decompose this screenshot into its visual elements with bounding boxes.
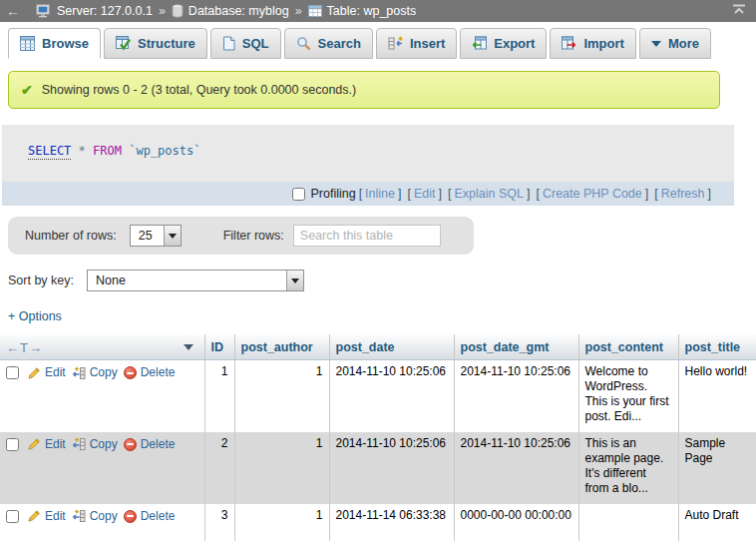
bracket: [ bbox=[448, 187, 451, 201]
inline-link[interactable]: Inline bbox=[365, 187, 395, 201]
tab-more[interactable]: More bbox=[639, 28, 711, 59]
tab-import-label: Import bbox=[583, 36, 623, 51]
pencil-icon bbox=[27, 366, 41, 380]
explain-sql-link[interactable]: Explain SQL bbox=[454, 187, 523, 201]
browse-icon bbox=[20, 36, 35, 51]
pencil-icon bbox=[27, 437, 41, 451]
dropdown-arrow-icon bbox=[164, 226, 181, 246]
row-actions-cell: Edit Copy Delete bbox=[0, 504, 204, 541]
pencil-icon bbox=[27, 509, 41, 523]
breadcrumb-server[interactable]: Server: 127.0.0.1 bbox=[36, 4, 153, 19]
tab-structure-label: Structure bbox=[138, 36, 195, 51]
create-php-code-link[interactable]: Create PHP Code bbox=[543, 187, 642, 201]
cell-post-date: 2014-11-10 10:25:06 bbox=[329, 360, 454, 432]
cell-id: 1 bbox=[204, 360, 234, 432]
breadcrumb-server-label: Server: 127.0.0.1 bbox=[57, 4, 153, 18]
row-edit-link[interactable]: Edit bbox=[27, 437, 66, 452]
column-header-post-date-gmt[interactable]: post_date_gmt bbox=[454, 334, 578, 360]
back-arrow-icon[interactable]: ← bbox=[6, 3, 20, 19]
filter-rows-label: Filter rows: bbox=[223, 229, 284, 243]
table-row: Edit Copy Delete 3 1 2014-11-14 06:33:38… bbox=[0, 504, 756, 541]
column-header-post-date[interactable]: post_date bbox=[329, 334, 454, 360]
tab-browse[interactable]: Browse bbox=[8, 28, 101, 59]
row-delete-link[interactable]: Delete bbox=[124, 509, 176, 524]
copy-icon bbox=[72, 509, 86, 523]
results-table: ←T→ ID post_author post_date post_date_g… bbox=[0, 334, 756, 541]
row-edit-link[interactable]: Edit bbox=[27, 365, 66, 380]
column-header-post-content[interactable]: post_content bbox=[578, 334, 678, 360]
row-copy-link[interactable]: Copy bbox=[72, 437, 118, 452]
row-delete-link[interactable]: Delete bbox=[124, 365, 176, 380]
profiling-label: Profiling bbox=[310, 187, 355, 201]
delete-icon bbox=[124, 510, 137, 523]
sql-query-box: SELECT * FROM `wp_posts` bbox=[2, 125, 734, 182]
sort-key-select[interactable]: None bbox=[87, 270, 304, 291]
cell-post-date-gmt: 2014-11-10 10:25:06 bbox=[454, 432, 578, 504]
delete-label: Delete bbox=[141, 437, 176, 452]
success-message: ✔ Showing rows 0 - 2 (3 total, Query too… bbox=[8, 71, 720, 109]
bracket: ] bbox=[708, 187, 711, 201]
sort-key-value: None bbox=[88, 270, 286, 290]
tab-structure[interactable]: Structure bbox=[104, 28, 207, 59]
edit-query-link[interactable]: Edit bbox=[414, 187, 436, 201]
delete-icon bbox=[124, 366, 137, 379]
cell-id: 3 bbox=[204, 504, 234, 541]
tab-export[interactable]: Export bbox=[460, 28, 547, 59]
delete-label: Delete bbox=[141, 365, 176, 380]
breadcrumb-database-label: Database: myblog bbox=[189, 4, 289, 18]
profiling-checkbox[interactable] bbox=[292, 188, 305, 201]
sql-keyword-select[interactable]: SELECT bbox=[28, 144, 71, 160]
tab-browse-label: Browse bbox=[42, 36, 89, 51]
cell-post-date: 2014-11-14 06:33:38 bbox=[329, 504, 454, 541]
tab-import[interactable]: Import bbox=[550, 28, 635, 59]
cell-id: 2 bbox=[204, 432, 234, 504]
copy-label: Copy bbox=[90, 437, 118, 452]
edit-label: Edit bbox=[45, 509, 66, 524]
row-select-checkbox[interactable] bbox=[6, 366, 19, 379]
bracket: [ bbox=[536, 187, 539, 201]
column-header-post-title[interactable]: post_title bbox=[678, 334, 756, 360]
row-select-checkbox[interactable] bbox=[6, 510, 19, 523]
row-actions-cell: Edit Copy Delete bbox=[0, 360, 204, 432]
table-row: Edit Copy Delete 1 1 2014-11-10 10:25:06… bbox=[0, 360, 756, 432]
tab-search[interactable]: Search bbox=[284, 28, 373, 59]
rows-per-page-select[interactable]: 25 bbox=[130, 225, 182, 247]
column-header-id[interactable]: ID bbox=[204, 334, 234, 360]
collapse-icon[interactable] bbox=[732, 4, 746, 18]
delete-icon bbox=[124, 438, 137, 451]
table-icon bbox=[308, 5, 322, 17]
with-selected-dropdown-icon[interactable] bbox=[184, 344, 193, 355]
row-edit-link[interactable]: Edit bbox=[27, 509, 66, 524]
row-copy-link[interactable]: Copy bbox=[72, 365, 118, 380]
cell-post-title: Hello world! bbox=[678, 360, 756, 432]
row-select-checkbox[interactable] bbox=[6, 438, 19, 451]
row-delete-link[interactable]: Delete bbox=[124, 437, 176, 452]
database-icon bbox=[172, 4, 184, 18]
query-links-bar: Profiling [Inline] [Edit] [Explain SQL] … bbox=[2, 182, 734, 206]
copy-label: Copy bbox=[90, 365, 118, 380]
copy-icon bbox=[72, 366, 86, 380]
filter-search-input[interactable] bbox=[293, 225, 441, 247]
cell-post-date-gmt: 0000-00-00 00:00:00 bbox=[454, 504, 578, 541]
breadcrumb-database[interactable]: Database: myblog bbox=[172, 4, 289, 18]
breadcrumb-table[interactable]: Table: wp_posts bbox=[308, 4, 417, 18]
cell-post-content: This is an example page. It's different … bbox=[578, 432, 678, 504]
cell-post-date: 2014-11-10 10:25:06 bbox=[329, 432, 454, 504]
options-toggle-link[interactable]: + Options bbox=[8, 309, 62, 323]
transpose-widget[interactable]: ←T→ bbox=[6, 340, 43, 355]
refresh-link[interactable]: Refresh bbox=[661, 187, 705, 201]
tab-sql[interactable]: SQL bbox=[210, 28, 281, 59]
tab-export-label: Export bbox=[494, 36, 535, 51]
row-copy-link[interactable]: Copy bbox=[72, 509, 118, 524]
bracket: ] bbox=[439, 187, 442, 201]
cell-post-content bbox=[578, 504, 678, 541]
tab-insert[interactable]: Insert bbox=[376, 28, 457, 59]
breadcrumb-bar: ← Server: 127.0.0.1 » Database: myblog »… bbox=[0, 0, 756, 22]
cell-post-author: 1 bbox=[234, 360, 329, 432]
sql-star: * bbox=[79, 144, 93, 158]
column-header-post-author[interactable]: post_author bbox=[234, 334, 329, 360]
edit-label: Edit bbox=[45, 437, 66, 452]
sql-table-ref: `wp_posts` bbox=[129, 144, 200, 158]
bracket: [ bbox=[407, 187, 410, 201]
breadcrumb-separator: » bbox=[295, 4, 302, 18]
